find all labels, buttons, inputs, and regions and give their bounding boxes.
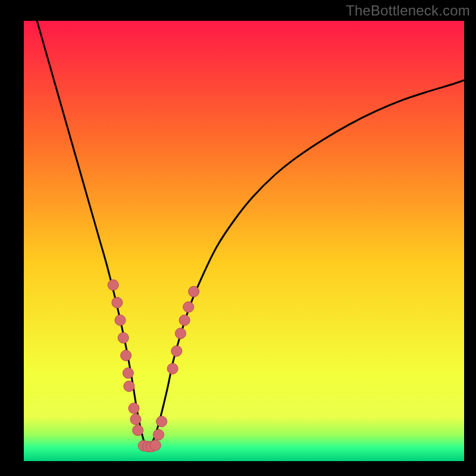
sample-dot: [123, 368, 133, 378]
bottleneck-chart: [0, 0, 476, 476]
sample-dot: [171, 346, 182, 356]
watermark-text: TheBottleneck.com: [346, 2, 470, 19]
sample-dot: [167, 364, 178, 374]
sample-dot: [112, 298, 123, 308]
sample-dot: [130, 414, 141, 425]
sample-dot: [121, 350, 131, 361]
sample-dot: [175, 328, 186, 339]
sample-dot: [118, 333, 129, 343]
sample-dot: [115, 315, 126, 325]
sample-dot: [124, 381, 134, 392]
sample-dot: [129, 403, 139, 414]
sample-dot: [153, 430, 164, 440]
sample-dot: [183, 302, 194, 312]
sample-dot: [179, 315, 190, 325]
sample-dot: [133, 425, 143, 436]
plot-background: [24, 21, 464, 461]
sample-dot: [156, 416, 167, 427]
chart-frame: TheBottleneck.com: [0, 0, 476, 476]
sample-dot: [108, 280, 118, 290]
sample-dot: [150, 440, 161, 450]
sample-dot: [189, 286, 199, 297]
